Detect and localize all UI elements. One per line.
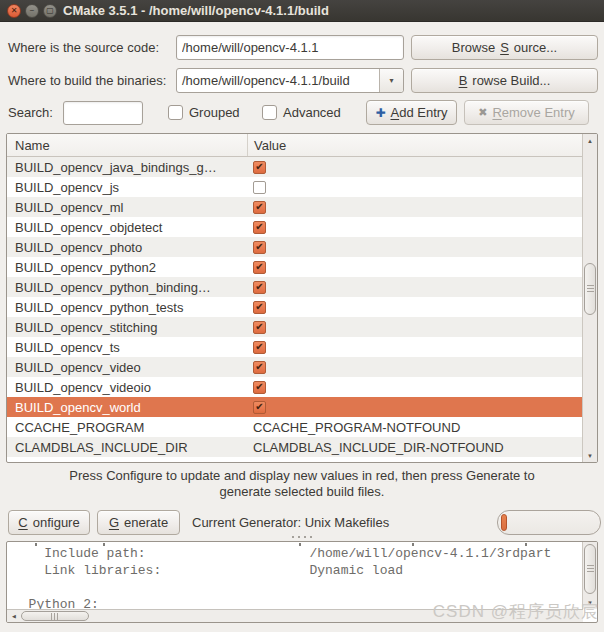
- value-checkbox[interactable]: ✔: [253, 381, 266, 394]
- value-checkbox[interactable]: ✔: [253, 361, 266, 374]
- advanced-label[interactable]: Advanced: [283, 100, 341, 125]
- cache-entry-name: BUILD_opencv_ts: [7, 340, 247, 355]
- browse-build-button[interactable]: Browse Build...: [411, 68, 598, 93]
- cache-entry-value: ✔: [247, 361, 582, 374]
- value-checkbox[interactable]: ✔: [253, 161, 266, 174]
- table-row[interactable]: BUILD_opencv_ml✔: [7, 197, 582, 217]
- cache-entry-name: CCACHE_PROGRAM: [7, 420, 247, 435]
- cache-entry-name: BUILD_opencv_js: [7, 180, 247, 195]
- search-label: Search:: [8, 100, 53, 125]
- output-scrollbar[interactable]: ▼: [582, 542, 597, 609]
- table-row[interactable]: BUILD_opencv_ts✔: [7, 337, 582, 357]
- grouped-label[interactable]: Grouped: [189, 100, 240, 125]
- column-header-name[interactable]: Name: [7, 138, 247, 153]
- table-row[interactable]: BUILD_opencv_python2✔: [7, 257, 582, 277]
- table-header: Name Value: [7, 134, 582, 157]
- scroll-left-icon[interactable]: ◀: [7, 611, 21, 621]
- value-checkbox[interactable]: ✔: [253, 341, 266, 354]
- value-checkbox[interactable]: ✔: [253, 241, 266, 254]
- cache-entry-value: ✔: [247, 401, 582, 414]
- table-row[interactable]: BUILD_opencv_python_tests✔: [7, 297, 582, 317]
- table-row[interactable]: BUILD_opencv_js: [7, 177, 582, 197]
- scroll-down-icon[interactable]: ▼: [583, 449, 597, 462]
- cache-entry-value: ✔: [247, 161, 582, 174]
- table-scrollbar-thumb[interactable]: [584, 263, 596, 315]
- cache-entry-name: BUILD_opencv_python_tests: [7, 300, 247, 315]
- table-body: BUILD_opencv_java_bindings_g…✔BUILD_open…: [7, 157, 582, 457]
- output-scrollbar-thumb[interactable]: [584, 544, 596, 594]
- cache-entry-name: BUILD_opencv_ml: [7, 200, 247, 215]
- cache-entry-name: BUILD_opencv_world: [7, 400, 247, 415]
- cache-entry-value: ✔: [247, 201, 582, 214]
- cache-entry-name: BUILD_opencv_videoio: [7, 380, 247, 395]
- remove-entry-button[interactable]: ✖ Remove Entry: [464, 100, 589, 125]
- cache-entry-name: CLAMDBLAS_INCLUDE_DIR: [7, 440, 247, 455]
- maximize-button[interactable]: ▢: [43, 4, 57, 18]
- table-row[interactable]: BUILD_opencv_stitching✔: [7, 317, 582, 337]
- column-header-value[interactable]: Value: [247, 134, 582, 156]
- table-row[interactable]: BUILD_opencv_java_bindings_g…✔: [7, 157, 582, 177]
- cache-entry-name: BUILD_opencv_photo: [7, 240, 247, 255]
- titlebar: ✕ − ▢ CMake 3.5.1 - /home/will/opencv-4.…: [0, 0, 604, 22]
- cache-entry-name: BUILD_opencv_java_bindings_g…: [7, 160, 247, 175]
- cache-entry-value: ✔: [247, 281, 582, 294]
- table-row[interactable]: BUILD_opencv_world✔: [7, 397, 582, 417]
- cache-entry-value: ✔: [247, 301, 582, 314]
- cache-entry-value: [247, 181, 582, 194]
- source-path-input[interactable]: [176, 35, 404, 60]
- cache-entry-value: ✔: [247, 241, 582, 254]
- value-checkbox[interactable]: ✔: [253, 321, 266, 334]
- table-row[interactable]: CLAMDBLAS_INCLUDE_DIRCLAMDBLAS_INCLUDE_D…: [7, 437, 582, 457]
- browse-source-button[interactable]: Browse Source...: [411, 35, 598, 60]
- progress-fill: [501, 514, 507, 531]
- output-hscrollbar-thumb[interactable]: [21, 611, 89, 621]
- value-checkbox[interactable]: ✔: [253, 201, 266, 214]
- scroll-up-icon[interactable]: ▲: [583, 134, 597, 147]
- configure-hint: Press Configure to update and display ne…: [0, 468, 604, 500]
- grouped-checkbox[interactable]: [168, 105, 183, 120]
- cache-entry-value: ✔: [247, 261, 582, 274]
- value-checkbox[interactable]: [253, 181, 266, 194]
- cache-entry-value: ✔: [247, 381, 582, 394]
- cache-entry-value: CCACHE_PROGRAM-NOTFOUND: [247, 420, 582, 435]
- window-title: CMake 3.5.1 - /home/will/opencv-4.1.1/bu…: [63, 0, 329, 22]
- chevron-down-icon[interactable]: ▾: [379, 69, 403, 92]
- source-label: Where is the source code:: [8, 35, 159, 60]
- add-entry-label: Add Entry: [390, 105, 447, 120]
- plus-icon: ✚: [375, 107, 385, 119]
- splitter-handle[interactable]: [290, 535, 316, 539]
- table-row[interactable]: CCACHE_PROGRAMCCACHE_PROGRAM-NOTFOUND: [7, 417, 582, 437]
- value-checkbox[interactable]: ✔: [253, 281, 266, 294]
- close-button[interactable]: ✕: [7, 4, 21, 18]
- value-checkbox[interactable]: ✔: [253, 401, 266, 414]
- build-label: Where to build the binaries:: [8, 68, 166, 93]
- cache-entry-name: BUILD_opencv_stitching: [7, 320, 247, 335]
- cache-table: Name Value BUILD_opencv_java_bindings_g……: [6, 133, 598, 463]
- build-path-combobox[interactable]: /home/will/opencv-4.1.1/build ▾: [176, 68, 404, 93]
- advanced-checkbox[interactable]: [262, 105, 277, 120]
- table-row[interactable]: BUILD_opencv_objdetect✔: [7, 217, 582, 237]
- table-scrollbar[interactable]: ▲ ▼: [582, 134, 597, 462]
- table-row[interactable]: BUILD_opencv_photo✔: [7, 237, 582, 257]
- table-row[interactable]: BUILD_opencv_videoio✔: [7, 377, 582, 397]
- minimize-button[interactable]: −: [25, 4, 39, 18]
- add-entry-button[interactable]: ✚ Add Entry: [366, 100, 457, 125]
- remove-entry-label: Remove Entry: [492, 105, 574, 120]
- progress-bar: [497, 510, 601, 535]
- generate-button[interactable]: Generate: [97, 510, 180, 535]
- value-checkbox[interactable]: ✔: [253, 221, 266, 234]
- table-row[interactable]: BUILD_opencv_video✔: [7, 357, 582, 377]
- cmake-window: ✕ − ▢ CMake 3.5.1 - /home/will/opencv-4.…: [0, 0, 604, 632]
- value-checkbox[interactable]: ✔: [253, 261, 266, 274]
- current-generator-label: Current Generator: Unix Makefiles: [192, 510, 389, 535]
- cache-entry-name: BUILD_opencv_python_binding…: [7, 280, 247, 295]
- build-path-value: /home/will/opencv-4.1.1/build: [177, 69, 379, 92]
- search-input[interactable]: [63, 101, 143, 125]
- cache-entry-value: CLAMDBLAS_INCLUDE_DIR-NOTFOUND: [247, 440, 582, 455]
- value-checkbox[interactable]: ✔: [253, 301, 266, 314]
- configure-button[interactable]: Configure: [8, 510, 90, 535]
- cache-entry-value: ✔: [247, 221, 582, 234]
- cache-entry-value: ✔: [247, 321, 582, 334]
- x-icon: ✖: [478, 107, 487, 118]
- table-row[interactable]: BUILD_opencv_python_binding…✔: [7, 277, 582, 297]
